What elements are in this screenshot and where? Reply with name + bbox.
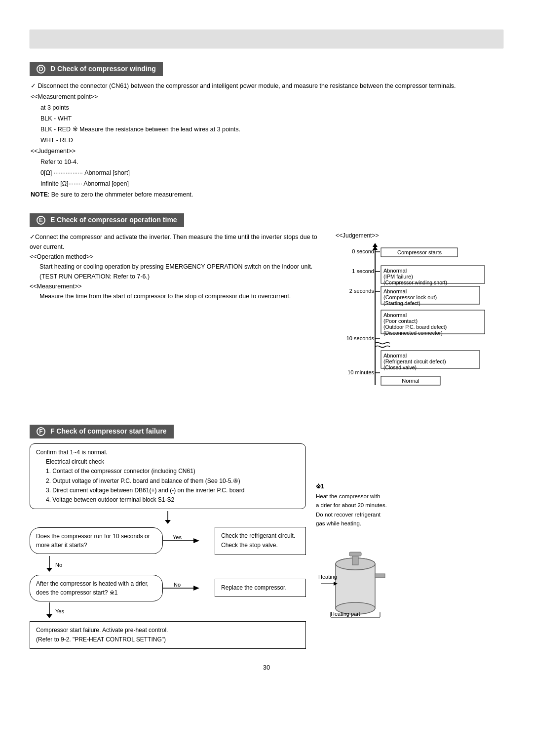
- section-e: E E Check of compressor operation time ✓…: [30, 213, 503, 411]
- svg-text:10 seconds: 10 seconds: [346, 335, 375, 341]
- section-e-layout: ✓Connect the compressor and activate the…: [30, 232, 503, 411]
- section-e-judgement-title: <<Judgement>>: [336, 232, 503, 239]
- section-d-line-1: ✓ Disconnect the connector (CN61) betwee…: [31, 81, 503, 91]
- svg-marker-40: [46, 568, 52, 572]
- section-d-line-4: BLK - WHT: [31, 114, 503, 123]
- section-e-title: E E Check of compressor operation time: [30, 213, 184, 227]
- svg-text:(Compressor lock out): (Compressor lock out): [383, 294, 437, 300]
- q1-yes-action: Check the refrigerant circuit. Check the…: [215, 527, 306, 555]
- svg-text:Abnormal: Abnormal: [383, 268, 407, 274]
- final-action-line1: Compressor start failure. Activate pre-h…: [36, 626, 300, 635]
- q2-yes-arrow: [44, 602, 54, 620]
- section-d-line-6: WHT - RED: [31, 135, 503, 145]
- confirm-line-3: 1. Contact of the compressor connector (…: [36, 467, 300, 476]
- svg-text:(Disconnected connector): (Disconnected connector): [383, 330, 443, 336]
- svg-marker-35: [165, 520, 171, 524]
- flow-confirm-box: Confirm that 1~4 is normal. Electrical c…: [30, 443, 306, 509]
- svg-text:(Starting defect): (Starting defect): [383, 300, 420, 306]
- svg-rect-51: [349, 552, 361, 556]
- page: D D Check of compressor winding ✓ Discon…: [0, 0, 533, 756]
- section-d-line-10: Infinite [Ω]········ Abnormal [open]: [31, 179, 503, 189]
- svg-text:Heating part: Heating part: [331, 611, 360, 617]
- confirm-line-5: 3. Direct current voltage between DB61(+…: [36, 486, 300, 495]
- q1-no-arrow: [44, 556, 54, 574]
- q2-no-action: Replace the compressor.: [215, 579, 306, 597]
- confirm-line-4: 2. Output voltage of inverter P.C. board…: [36, 477, 300, 486]
- section-e-line-3: Start heating or cooling operation by pr…: [30, 262, 326, 272]
- svg-text:(Refrigerant circuit defect): (Refrigerant circuit defect): [383, 358, 446, 364]
- svg-text:Normal: Normal: [402, 378, 419, 384]
- section-d-title-text: D Check of compressor winding: [50, 65, 156, 73]
- section-d: D D Check of compressor winding ✓ Discon…: [30, 62, 503, 199]
- section-f-flowchart: Confirm that 1~4 is normal. Electrical c…: [30, 443, 306, 649]
- section-e-line-2: <<Operation method>>: [30, 252, 326, 262]
- section-f-circle: F: [37, 427, 45, 436]
- q1-no-label: No: [44, 556, 306, 574]
- note1: ※1 Heat the compressor with a drier for …: [316, 483, 503, 528]
- section-d-body: ✓ Disconnect the connector (CN61) betwee…: [30, 81, 503, 199]
- confirm-line-6: 4. Voltage between outdoor terminal bloc…: [36, 495, 300, 505]
- note1-text-line3: Do not recover refrigerant: [316, 510, 503, 519]
- section-d-circle: D: [37, 65, 45, 74]
- section-f-title-text: F Check of compressor start failure: [50, 427, 167, 435]
- section-d-line-2: <<Measurement point>>: [31, 92, 503, 102]
- svg-text:(Compressor winding short): (Compressor winding short): [383, 279, 447, 285]
- q1-yes-line2: Check the stop valve.: [221, 541, 300, 550]
- page-number: 30: [30, 664, 503, 671]
- svg-text:Heating: Heating: [318, 574, 337, 580]
- section-e-line-6: Measure the time from the start of compr…: [30, 291, 326, 301]
- svg-text:Compressor starts: Compressor starts: [397, 249, 442, 255]
- section-d-title: D D Check of compressor winding: [30, 62, 163, 76]
- svg-text:No: No: [174, 582, 181, 588]
- q1-yes-arrow: Yes: [163, 533, 202, 548]
- svg-text:(Poor contact): (Poor contact): [383, 318, 418, 324]
- note1-title: ※1: [316, 483, 503, 490]
- section-d-note: NOTE: Be sure to zero the ohmmeter befor…: [31, 190, 503, 199]
- q2-no-connector: No: [163, 581, 215, 596]
- section-e-right: <<Judgement>> 0 second Compressor starts: [336, 232, 503, 411]
- svg-text:0 second: 0 second: [352, 248, 374, 254]
- note1-text-line1: Heat the compressor with: [316, 492, 503, 501]
- q2-no-action-text: Replace the compressor.: [221, 584, 287, 591]
- heating-illustration: Heating Heating part: [316, 534, 503, 625]
- q2-no-arrow: No: [163, 581, 202, 596]
- section-d-line-3: at 3 points: [31, 103, 503, 113]
- svg-rect-50: [352, 555, 358, 565]
- arrow-1: [30, 511, 306, 525]
- svg-rect-52: [375, 574, 385, 578]
- q1-box: Does the compressor run for 10 seconds o…: [30, 527, 163, 554]
- section-e-line-5: <<Measurement>>: [30, 281, 326, 291]
- section-f-title: F F Check of compressor start failure: [30, 425, 174, 438]
- final-action-line2: (Refer to 9-2. "PRE-HEAT CONTROL SETTING…: [36, 635, 300, 644]
- q1-yes-connector: Yes: [163, 533, 215, 548]
- svg-text:10 minutes: 10 minutes: [347, 369, 374, 375]
- section-d-line-9: 0[Ω] ················· Abnormal [short]: [31, 168, 503, 178]
- svg-text:2 seconds: 2 seconds: [349, 288, 375, 294]
- section-e-circle: E: [37, 216, 45, 225]
- timeline-diagram: 0 second Compressor starts 1 second Abno…: [336, 242, 494, 410]
- q1-text: Does the compressor run for 10 seconds o…: [36, 533, 150, 549]
- section-d-line-8: Refer to 10-4.: [31, 157, 503, 167]
- svg-text:Abnormal: Abnormal: [383, 353, 407, 358]
- q1-yes-line1: Check the refrigerant circuit.: [221, 531, 300, 541]
- svg-marker-37: [193, 538, 199, 543]
- section-d-line-5: BLK - RED ※ Measure the resistance betwe…: [31, 124, 503, 134]
- q2-box: After the compressor is heated with a dr…: [30, 575, 163, 601]
- section-f-right: ※1 Heat the compressor with a drier for …: [316, 443, 503, 649]
- section-e-line-1: ✓Connect the compressor and activate the…: [30, 232, 326, 252]
- q1-no-text: No: [55, 562, 62, 568]
- q2-row: After the compressor is heated with a dr…: [30, 575, 306, 601]
- svg-text:(IPM failure): (IPM failure): [383, 274, 413, 279]
- q2-yes-label: Yes: [44, 602, 306, 620]
- section-f-content: Confirm that 1~4 is normal. Electrical c…: [30, 443, 503, 649]
- confirm-line-2: Electrical circuit check: [36, 457, 300, 467]
- svg-text:(Closed valve): (Closed valve): [383, 364, 417, 370]
- section-e-title-text: E Check of compressor operation time: [50, 216, 177, 224]
- q2-text: After the compressor is heated with a dr…: [36, 580, 149, 596]
- note1-text-line2: a drier for about 20 minutes.: [316, 501, 503, 510]
- confirm-line-1: Confirm that 1~4 is normal.: [36, 448, 300, 457]
- header-bar: [30, 30, 503, 48]
- svg-text:Abnormal: Abnormal: [383, 288, 407, 294]
- heating-svg: Heating Heating part: [316, 534, 395, 623]
- note1-text-line4: gas while heating.: [316, 519, 503, 528]
